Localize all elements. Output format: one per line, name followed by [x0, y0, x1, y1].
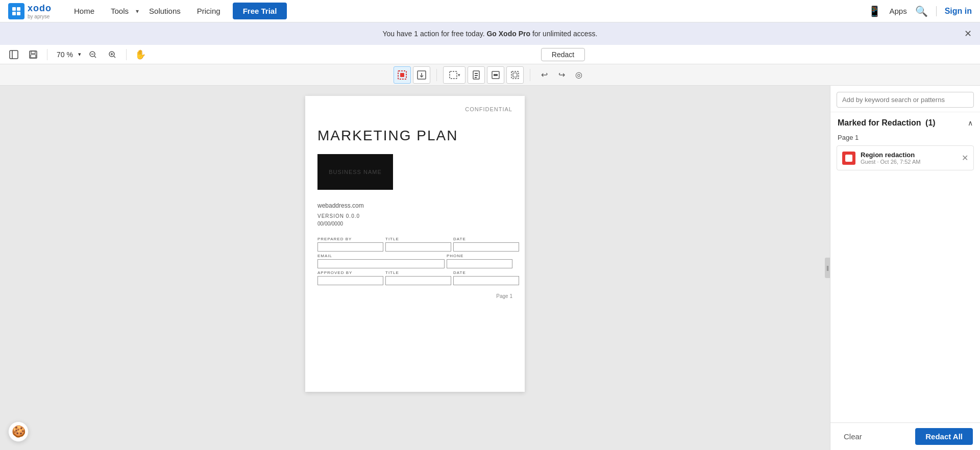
banner-close-button[interactable]: ✕: [964, 28, 972, 39]
approved-by-input[interactable]: [317, 276, 383, 285]
svg-rect-0: [12, 7, 16, 11]
redaction-name: Region redaction: [861, 151, 957, 159]
zoom-value: 70 %: [54, 51, 76, 59]
keyword-search-input[interactable]: [837, 92, 974, 108]
cookie-preferences-button[interactable]: 🍪: [8, 421, 29, 442]
approved-by-label: APPROVED BY: [317, 270, 383, 275]
toolbar-secondary: ▾ ↩ ↪ ◎: [0, 64, 980, 86]
toolbar-primary: 70 % ▾ ✋ Redact: [0, 45, 980, 64]
zoom-in-button[interactable]: [105, 47, 120, 62]
document-url: webaddress.com: [317, 202, 512, 209]
zoom-out-button[interactable]: [85, 47, 101, 62]
top-navigation: xodo by apryse Home Tools ▾ Solutions Pr…: [0, 0, 980, 22]
search-icon[interactable]: 🔍: [915, 5, 928, 17]
page-number: Page 1: [317, 293, 512, 299]
svg-rect-23: [475, 75, 478, 76]
free-trial-button[interactable]: Free Trial: [233, 3, 287, 19]
erase-button[interactable]: ◎: [571, 67, 586, 83]
apps-label: Apps: [889, 7, 906, 15]
redaction-meta: Guest · Oct 26, 7:52 AM: [861, 159, 957, 165]
side-panel-bottom: Clear Redact All: [830, 422, 980, 450]
side-panel: Marked for Redaction (1) ∧ Page 1 Region…: [830, 86, 980, 450]
banner-bold-text: Go Xodo Pro: [486, 30, 530, 38]
export-redact-button[interactable]: [413, 66, 430, 84]
marked-section-chevron-icon[interactable]: ∧: [968, 119, 973, 127]
title-input[interactable]: [385, 242, 451, 252]
pdf-viewer: CONFIDENTIAL MARKETING PLAN BUSINESS NAM…: [0, 86, 830, 450]
redo-button[interactable]: ↪: [554, 67, 569, 83]
pdf-page: CONFIDENTIAL MARKETING PLAN BUSINESS NAM…: [305, 96, 525, 392]
confidential-label: CONFIDENTIAL: [317, 106, 512, 112]
toolbar2-sep-1: [436, 69, 437, 81]
zoom-dropdown-arrow-icon[interactable]: ▾: [78, 51, 81, 58]
promo-banner: You have 1 action for free today. Go Xod…: [0, 22, 980, 45]
nav-tools-arrow-icon: ▾: [136, 8, 139, 15]
banner-text: You have 1 action for free today.: [383, 30, 485, 38]
undo-button[interactable]: ↩: [536, 67, 552, 83]
text-select-button[interactable]: [487, 66, 504, 84]
toolbar2-sep-2: [530, 69, 530, 81]
nav-tools[interactable]: Tools ▾: [105, 7, 139, 15]
svg-rect-20: [450, 71, 457, 79]
mobile-icon[interactable]: 📱: [868, 5, 881, 17]
svg-rect-28: [513, 73, 517, 77]
svg-rect-1: [17, 7, 20, 11]
document-title: MARKETING PLAN: [317, 128, 512, 144]
area-select-button[interactable]: ▾: [443, 66, 465, 84]
document-date: 00/00/0000: [317, 221, 512, 227]
email-input[interactable]: [317, 259, 445, 268]
zoom-controls: 70 % ▾: [54, 51, 81, 59]
approved-date-input[interactable]: [453, 276, 519, 285]
history-tools: ↩ ↪ ◎: [536, 67, 586, 83]
redacted-region[interactable]: BUSINESS NAME: [317, 154, 393, 190]
marked-count-badge: (1): [925, 118, 936, 127]
marked-for-redaction-title: Marked for Redaction: [838, 118, 921, 127]
hand-tool-button[interactable]: ✋: [133, 47, 148, 62]
date-input[interactable]: [453, 242, 519, 252]
toggle-sidebar-button[interactable]: [6, 47, 21, 62]
page-select-button[interactable]: [468, 66, 485, 84]
logo-sub-text: by apryse: [28, 14, 52, 19]
panel-collapse-handle[interactable]: ‖: [825, 258, 830, 278]
redact-all-button[interactable]: Redact All: [915, 428, 973, 445]
approved-title-input[interactable]: [385, 276, 451, 285]
email-label: EMAIL: [317, 254, 445, 258]
redaction-info: Region redaction Guest · Oct 26, 7:52 AM: [861, 151, 957, 165]
date-label: DATE: [453, 237, 519, 241]
phone-input[interactable]: [447, 259, 512, 268]
clear-button[interactable]: Clear: [838, 429, 868, 444]
redact-button[interactable]: Redact: [541, 48, 585, 61]
nav-tools-label[interactable]: Tools: [105, 7, 135, 15]
nav-home[interactable]: Home: [68, 7, 101, 15]
main-area: CONFIDENTIAL MARKETING PLAN BUSINESS NAM…: [0, 86, 980, 450]
page-label: Page 1: [830, 132, 980, 145]
redaction-close-button[interactable]: ✕: [962, 153, 968, 163]
save-button[interactable]: [26, 47, 41, 62]
redaction-icon-inner: [845, 155, 852, 162]
sign-in-link[interactable]: Sign in: [945, 7, 972, 16]
title-label: TITLE: [385, 237, 451, 241]
svg-rect-26: [494, 74, 498, 76]
nav-solutions[interactable]: Solutions: [143, 7, 187, 15]
region-redact-button[interactable]: [394, 66, 411, 84]
nav-divider: [936, 6, 937, 16]
approved-title-label: TITLE: [385, 270, 451, 275]
nav-pricing[interactable]: Pricing: [191, 7, 227, 15]
svg-rect-8: [31, 55, 36, 58]
selection-tools-group: ▾: [443, 66, 524, 84]
toolbar-divider-1: [47, 49, 47, 60]
box-select-button[interactable]: [506, 66, 524, 84]
logo[interactable]: xodo by apryse: [8, 3, 52, 19]
prepared-by-input[interactable]: [317, 242, 383, 252]
marked-for-redaction-header: Marked for Redaction (1) ∧: [830, 112, 980, 132]
document-version: VERSION 0.0.0: [317, 213, 512, 219]
toolbar-divider-2: [126, 49, 127, 60]
nav-right: 📱 Apps 🔍 Sign in: [868, 5, 972, 17]
redact-tools-group: [394, 66, 430, 84]
svg-rect-22: [475, 73, 478, 74]
banner-text2: for unlimited access.: [532, 30, 598, 38]
logo-icon: [8, 3, 24, 19]
svg-rect-2: [12, 12, 16, 15]
approved-date-label: DATE: [453, 270, 519, 275]
svg-rect-17: [400, 73, 404, 77]
